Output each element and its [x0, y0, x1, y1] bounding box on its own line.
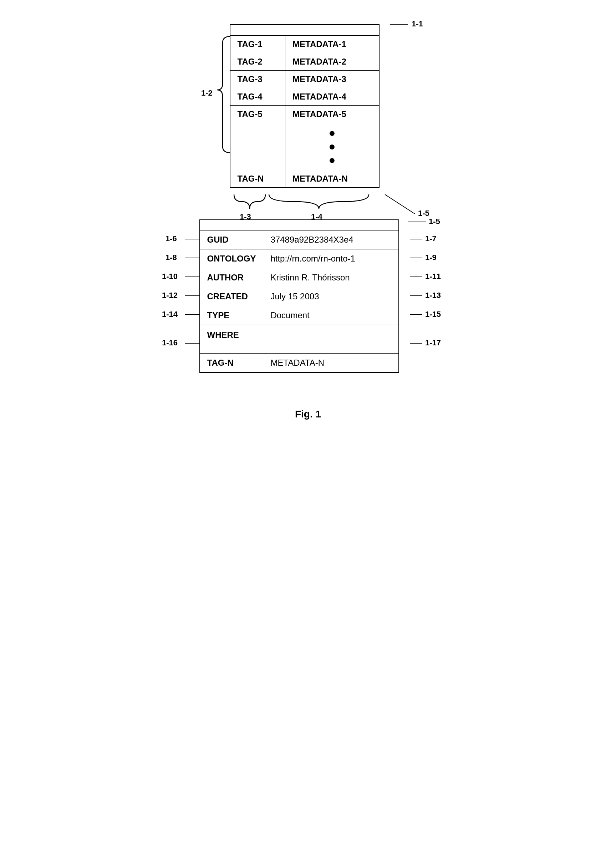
table-row: TAG-2 METADATA-2	[230, 53, 379, 70]
meta-cell: METADATA-N	[285, 170, 379, 188]
svg-text:1-2: 1-2	[201, 89, 212, 97]
value-cell: Kristinn R. Thórisson	[263, 268, 399, 287]
tag-cell: TAG-4	[230, 88, 285, 105]
svg-text:1-14: 1-14	[162, 310, 178, 319]
top-table-container: TAG-1 METADATA-1 TAG-2 METADATA-2 TAG-3 …	[230, 24, 469, 188]
created-tag-cell: CREATED	[200, 287, 263, 306]
table-row: ONTOLOGY http://rn.com/rn-onto-1	[200, 249, 399, 268]
tag-cell: TAG-3	[230, 70, 285, 88]
meta-cell: METADATA-1	[285, 35, 379, 53]
tag-cell: AUTHOR	[200, 268, 263, 287]
meta-cell: METADATA-4	[285, 88, 379, 105]
table-row-created: CREATED July 15 2003	[200, 287, 399, 306]
tag-cell: TAG-N	[200, 354, 263, 373]
table-row-dots: ●●●	[230, 123, 379, 170]
table-row: TAG-1 METADATA-1	[230, 35, 379, 53]
svg-text:1-8: 1-8	[165, 253, 177, 262]
top-section: 1-1 1-2 1-3 1-4 1-5 TAG-1 ME	[148, 14, 469, 188]
created-value-cell: July 15 2003	[263, 287, 399, 306]
tag-cell: TAG-1	[230, 35, 285, 53]
value-cell: METADATA-N	[263, 354, 399, 373]
tag-cell: TAG-N	[230, 170, 285, 188]
table-row: AUTHOR Kristinn R. Thórisson	[200, 268, 399, 287]
meta-cell: METADATA-2	[285, 53, 379, 70]
table-row: TAG-4 METADATA-4	[230, 88, 379, 105]
page-content: 1-1 1-2 1-3 1-4 1-5 TAG-1 ME	[0, 0, 616, 847]
tag-cell: TYPE	[200, 306, 263, 325]
table-row: TAG-5 METADATA-5	[230, 105, 379, 123]
svg-text:1-6: 1-6	[165, 234, 177, 243]
table-row: GUID 37489a92B2384X3e4	[200, 230, 399, 249]
svg-text:1-16: 1-16	[162, 338, 178, 347]
svg-text:1-10: 1-10	[162, 272, 178, 281]
figure-label: Fig. 1	[295, 409, 321, 420]
svg-text:1-12: 1-12	[162, 291, 178, 300]
tag-cell: ONTOLOGY	[200, 249, 263, 268]
table-row: TAG-N METADATA-N	[230, 170, 379, 188]
value-cell: http://rn.com/rn-onto-1	[263, 249, 399, 268]
value-cell: 37489a92B2384X3e4	[263, 230, 399, 249]
tag-cell: GUID	[200, 230, 263, 249]
top-diagram-table: TAG-1 METADATA-1 TAG-2 METADATA-2 TAG-3 …	[230, 24, 380, 188]
tag-cell: TAG-5	[230, 105, 285, 123]
table-row: TAG-3 METADATA-3	[230, 70, 379, 88]
value-cell: Document	[263, 306, 399, 325]
bottom-diagram-table: GUID 37489a92B2384X3e4 ONTOLOGY http://r…	[199, 220, 399, 373]
table-row	[230, 25, 379, 35]
table-row: TAG-N METADATA-N	[200, 354, 399, 373]
meta-cell: METADATA-5	[285, 105, 379, 123]
bottom-section: 1-5 1-6 1-8 1-10 1-12 1-14 1-16	[130, 210, 486, 373]
bottom-table-container: GUID 37489a92B2384X3e4 ONTOLOGY http://r…	[199, 220, 486, 373]
where-tag-cell: WHERE	[200, 325, 263, 354]
table-row-where: WHERE	[200, 325, 399, 354]
table-row-header	[200, 220, 399, 230]
table-row: TYPE Document	[200, 306, 399, 325]
tag-cell: TAG-2	[230, 53, 285, 70]
dots-cell: ●●●	[285, 123, 379, 170]
meta-cell: METADATA-3	[285, 70, 379, 88]
where-value-cell	[263, 325, 399, 354]
